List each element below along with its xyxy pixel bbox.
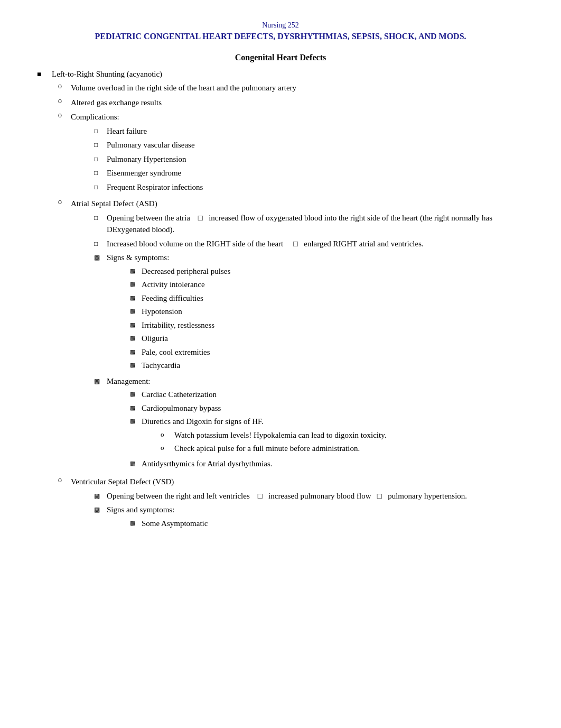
level5-text: Check apical pulse for a full minute bef…: [174, 443, 529, 455]
level3-text: Pulmonary vascular disease: [107, 139, 529, 151]
level3-text: Signs & symptoms: ▩ Decreased peripheral…: [107, 252, 529, 373]
level4-text: Cardiac Catheterization: [142, 389, 529, 401]
level3-bullet: ▩: [94, 376, 107, 386]
list-item: ▩ Pale, cool extremities: [130, 346, 529, 358]
level4-bullet: ▩: [130, 307, 142, 316]
header-title: PEDIATRIC CONGENITAL HEART DEFECTS, DYSR…: [32, 31, 529, 42]
list-item: ▩ Opening between the right and left ven…: [94, 490, 529, 502]
level4-bullet: ▩: [130, 361, 142, 370]
level3-bullet: ▩: [94, 505, 107, 514]
list-item: □ Pulmonary vascular disease: [94, 139, 529, 151]
level4-bullet: ▩: [130, 347, 142, 356]
level4-text: Irritability, restlessness: [142, 319, 529, 331]
level3-bullet: ▩: [94, 491, 107, 501]
level3-text: Heart failure: [107, 125, 529, 137]
level3-bullet: □: [94, 126, 107, 136]
level4-bullet: ▩: [130, 293, 142, 302]
list-item: ▩ Management: ▩ Cardiac Catheterization …: [94, 375, 529, 472]
level4-bullet: ▩: [130, 519, 142, 528]
level3-text: Management: ▩ Cardiac Catheterization ▩ …: [107, 375, 529, 472]
level4-text: Antidysrthymics for Atrial dysrhythmias.: [142, 458, 529, 470]
level2-bullet: o: [58, 82, 71, 90]
level4-bullet: ▩: [130, 266, 142, 275]
level4-text: Oliguria: [142, 333, 529, 345]
level4-text: Feeding difficulties: [142, 292, 529, 305]
level3-bullet: □: [94, 154, 107, 164]
level4-text: Activity intolerance: [142, 279, 529, 291]
list-item: ▩ Tachycardia: [130, 360, 529, 372]
level4-list: ▩ Cardiac Catheterization ▩ Cardiopulmon…: [130, 389, 529, 469]
header-subtitle: Nursing 252: [32, 21, 529, 30]
list-item: □ Increased blood volume on the RIGHT si…: [94, 238, 529, 250]
level4-text: Pale, cool extremities: [142, 346, 529, 358]
level3-bullet: □: [94, 140, 107, 150]
list-item: o Watch potassium levels! Hypokalemia ca…: [161, 429, 529, 441]
level4-list: ▩ Some Asymptomatic: [130, 518, 529, 530]
level4-text: Decreased peripheral pulses: [142, 265, 529, 278]
level3-list: ▩ Opening between the right and left ven…: [94, 490, 529, 531]
level3-text: Pulmonary Hypertension: [107, 153, 529, 165]
level4-bullet: ▩: [130, 320, 142, 329]
level1-item: ■ Left-to-Right Shunting (acyanotic): [37, 70, 529, 79]
level3-text: Opening between the right and left ventr…: [107, 490, 529, 502]
header: Nursing 252 PEDIATRIC CONGENITAL HEART D…: [32, 21, 529, 42]
level3-bullet: □: [94, 182, 107, 192]
list-item: ▩ Irritability, restlessness: [130, 319, 529, 331]
list-item: ▩ Decreased peripheral pulses: [130, 265, 529, 278]
list-item: o Complications: □ Heart failure □ Pulmo…: [58, 111, 529, 195]
level5-text: Watch potassium levels! Hypokalemia can …: [174, 429, 529, 441]
some-asymptomatic-text: Some Asymptomatic: [142, 518, 529, 530]
level3-text: Eisenmenger syndrome: [107, 167, 529, 179]
level5-bullet: o: [161, 429, 174, 440]
level3-text: Increased blood volume on the RIGHT side…: [107, 238, 529, 250]
level3-bullet: ▩: [94, 253, 107, 262]
level3-list: □ Heart failure □ Pulmonary vascular dis…: [94, 125, 529, 193]
level2-bullet: o: [58, 111, 71, 119]
level2-text: Altered gas exchange results: [71, 97, 529, 109]
list-item: ▩ Some Asymptomatic: [130, 518, 529, 530]
list-item: o Ventricular Septal Defect (VSD) ▩ Open…: [58, 476, 529, 533]
level3-text: Opening between the atria □ increased fl…: [107, 212, 529, 236]
level4-bullet: ▩: [130, 403, 142, 412]
list-item: ▩ Hypotension: [130, 306, 529, 318]
list-item: ▩ Oliguria: [130, 333, 529, 345]
level2-list: o Volume overload in the right side of t…: [58, 82, 529, 533]
list-item: o Check apical pulse for a full minute b…: [161, 443, 529, 455]
level4-text: Diuretics and Digoxin for signs of HF. o…: [142, 416, 529, 456]
level4-list: ▩ Decreased peripheral pulses ▩ Activity…: [130, 265, 529, 372]
level3-list: □ Opening between the atria □ increased …: [94, 212, 529, 472]
list-item: ▩ Cardiopulmonary bypass: [130, 402, 529, 414]
level2-text: Complications: □ Heart failure □ Pulmona…: [71, 111, 529, 195]
list-item: □ Heart failure: [94, 125, 529, 137]
level2-bullet: o: [58, 198, 71, 206]
level3-bullet: □: [94, 239, 107, 248]
list-item: ▩ Signs and symptoms: ▩ Some Asymptomati…: [94, 504, 529, 531]
list-item: o Volume overload in the right side of t…: [58, 82, 529, 94]
list-item: □ Frequent Respirator infections: [94, 181, 529, 193]
section-heading: Congenital Heart Defects: [32, 53, 529, 62]
level2-text: Atrial Septal Defect (ASD) □ Opening bet…: [71, 198, 529, 473]
main-content: ■ Left-to-Right Shunting (acyanotic) o V…: [37, 70, 529, 533]
list-item: ▩ Signs & symptoms: ▩ Decreased peripher…: [94, 252, 529, 373]
list-item: □ Eisenmenger syndrome: [94, 167, 529, 179]
level3-bullet: □: [94, 213, 107, 223]
level5-list: o Watch potassium levels! Hypokalemia ca…: [161, 429, 529, 455]
level3-text: Frequent Respirator infections: [107, 181, 529, 193]
level4-bullet: ▩: [130, 390, 142, 399]
list-item: ▩ Diuretics and Digoxin for signs of HF.…: [130, 416, 529, 456]
level1-bullet: ■: [37, 70, 52, 79]
level5-bullet: o: [161, 443, 174, 453]
level4-text: Hypotension: [142, 306, 529, 318]
list-item: ▩ Activity intolerance: [130, 279, 529, 291]
level4-text: Tachycardia: [142, 360, 529, 372]
level4-bullet: ▩: [130, 459, 142, 468]
list-item: ▩ Cardiac Catheterization: [130, 389, 529, 401]
list-item: ▩ Feeding difficulties: [130, 292, 529, 305]
level2-text: Ventricular Septal Defect (VSD) ▩ Openin…: [71, 476, 529, 533]
level3-bullet: □: [94, 168, 107, 178]
level2-text: Volume overload in the right side of the…: [71, 82, 529, 94]
level4-bullet: ▩: [130, 334, 142, 343]
level4-bullet: ▩: [130, 280, 142, 289]
level4-text: Cardiopulmonary bypass: [142, 402, 529, 414]
level2-bullet: o: [58, 476, 71, 484]
